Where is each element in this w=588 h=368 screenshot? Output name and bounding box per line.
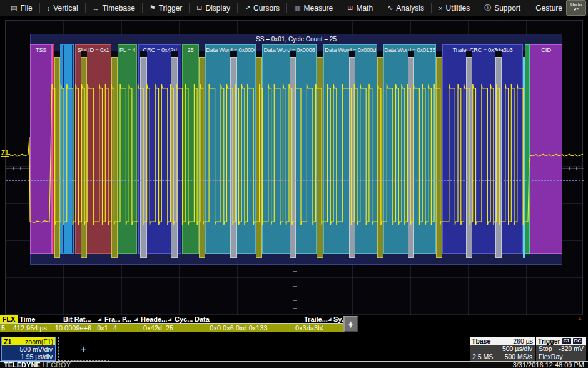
- menu-item-label: Measure: [304, 4, 333, 13]
- trigger-source-badge: C1: [562, 338, 571, 344]
- display-icon: ⊡: [196, 4, 202, 12]
- menu-item-utilities[interactable]: ×Utilities: [432, 0, 477, 16]
- brand-logo: TELEDYNE LECROY: [4, 361, 71, 368]
- cell-cycle: 25: [164, 324, 184, 332]
- timebase-scale: 500 µs/div: [502, 345, 532, 353]
- timebase-samples: 2.5 MS: [472, 353, 493, 361]
- plus-icon: +: [81, 344, 86, 355]
- timebase-header: Tbase 260 µs: [470, 337, 535, 345]
- col-header-header-crc[interactable]: Heade...◢: [139, 315, 173, 324]
- cell-bit-rate: 10.0009e+6: [53, 324, 94, 332]
- menu-item-label: Timebase: [103, 4, 135, 13]
- file-icon: ▤: [11, 4, 17, 12]
- col-header-label: Data: [195, 315, 210, 323]
- waveform-grid: SS = 0x01, Cycle Count = 25TSSSlot ID = …: [5, 20, 583, 315]
- timebase-delay: 260 µs: [513, 337, 533, 345]
- col-header-payload[interactable]: P...◢: [120, 315, 139, 324]
- z1-vertical-scale: 500 mV/div: [2, 345, 55, 353]
- analysis-icon: ∿: [387, 4, 393, 12]
- z1-id: Z1: [4, 338, 11, 345]
- timebase-icon: ↔: [93, 4, 99, 12]
- undo-button[interactable]: Undo ↶: [566, 0, 586, 16]
- menu-bar: ▤File↕Vertical↔Timebase⚑Trigger⊡Display↗…: [0, 0, 588, 16]
- z1-horizontal-scale: 1.95 µs/div: [2, 353, 55, 360]
- sort-icon[interactable]: ◢: [98, 317, 101, 322]
- trigger-coupling-badge: DC: [573, 338, 583, 344]
- row-index: 5: [0, 324, 9, 332]
- measure-icon: ▥: [294, 4, 300, 12]
- menu-items: ▤File↕Vertical↔Timebase⚑Trigger⊡Display↗…: [4, 0, 527, 16]
- math-icon: ⊞: [347, 4, 353, 12]
- menu-item-timebase[interactable]: ↔Timebase: [86, 0, 142, 16]
- timebase-samplerate: 500 MS/s: [505, 353, 532, 361]
- col-header-frame-id[interactable]: Fra...◢: [103, 315, 120, 324]
- cell-frame-id: 0x1: [94, 324, 111, 332]
- datetime-label: 3/31/2016 12:48:09 PM: [513, 361, 584, 368]
- col-header-label: Fra...: [104, 315, 120, 323]
- menu-right-group: Gesture Undo ↶: [535, 0, 588, 16]
- cell-header-crc: 0x42d: [130, 324, 164, 332]
- gesture-label: Gesture: [535, 4, 562, 13]
- col-header-data[interactable]: Data: [193, 315, 302, 324]
- col-header-trailer[interactable]: Traile...◢: [302, 315, 332, 324]
- menu-item-label: File: [20, 4, 32, 13]
- z1-descriptor-box[interactable]: Z1 zoom(F1) 500 mV/div 1.95 µs/div: [1, 337, 56, 361]
- menu-item-trigger[interactable]: ⚑Trigger: [143, 0, 189, 16]
- trigger-level: -320 mV: [559, 345, 584, 353]
- menu-item-label: Analysis: [396, 4, 424, 13]
- menu-item-label: Cursors: [253, 4, 280, 13]
- sort-icon[interactable]: ◢: [134, 317, 138, 322]
- col-header-bit-rate[interactable]: Bit Rat...◢: [61, 315, 103, 324]
- menu-item-label: Support: [494, 4, 520, 13]
- menu-item-label: Math: [356, 4, 373, 13]
- trigger-header: Trigger C1 DC: [536, 337, 586, 345]
- menu-item-label: Trigger: [159, 4, 183, 13]
- trigger-type: FlexRay: [539, 353, 563, 361]
- cell-data: 0x0 0x6 0xd 0x133: [184, 324, 293, 332]
- utilities-icon: ×: [438, 4, 442, 12]
- trigger-descriptor-box[interactable]: Trigger C1 DC Stop -320 mV FlexRay: [536, 337, 586, 361]
- menu-item-file[interactable]: ▤File: [4, 0, 39, 16]
- menu-item-math[interactable]: ⊞Math: [340, 0, 380, 16]
- decode-table: FLX TimeBit Rat...◢Fra...◢P...◢Heade...◢…: [0, 315, 358, 332]
- bus-badge-flx[interactable]: FLX: [0, 315, 18, 324]
- trigger-title: Trigger: [538, 337, 560, 345]
- add-trace-box[interactable]: +: [58, 337, 109, 361]
- col-header-label: P...: [122, 315, 131, 323]
- status-bar: TELEDYNE LECROY 3/31/2016 12:48:09 PM: [0, 361, 588, 368]
- col-header-label: Traile...: [304, 315, 328, 323]
- col-header-label: Heade...: [141, 315, 167, 323]
- col-header-label: Time: [19, 315, 35, 323]
- col-header-time[interactable]: Time: [18, 315, 61, 324]
- col-header-label: Cyc...: [175, 315, 193, 323]
- menu-item-vertical[interactable]: ↕Vertical: [40, 0, 85, 16]
- z1-function: zoom(F1): [25, 338, 53, 345]
- scroll-down-icon[interactable]: ▼: [348, 324, 354, 328]
- trigger-icon: ⚑: [150, 4, 156, 12]
- z1-descriptor-header: Z1 zoom(F1): [2, 337, 55, 345]
- cell-trailer: 0x3da3b3: [293, 324, 323, 332]
- support-icon: ⓘ: [484, 3, 491, 13]
- undo-icon: ↶: [574, 7, 579, 13]
- table-scrollbar[interactable]: ▲ ▼: [343, 316, 358, 332]
- menu-item-analysis[interactable]: ∿Analysis: [380, 0, 431, 16]
- z1-trace-label[interactable]: Z1: [1, 150, 9, 157]
- col-header-cycle[interactable]: Cyc...: [173, 315, 193, 324]
- col-header-label: Bit Rat...: [63, 315, 91, 323]
- menu-item-label: Utilities: [445, 4, 470, 13]
- menu-item-display[interactable]: ⊡Display: [190, 0, 237, 16]
- menu-item-label: Display: [206, 4, 230, 13]
- timebase-title: Tbase: [472, 337, 490, 345]
- sort-icon[interactable]: ◢: [328, 317, 331, 322]
- decode-table-row[interactable]: 5 -412.954 µs10.0009e+60x140x42d250x0 0x…: [0, 324, 358, 332]
- cursors-icon: ↗: [245, 4, 250, 12]
- sort-icon[interactable]: ◢: [168, 317, 171, 322]
- menu-item-support[interactable]: ⓘSupport: [477, 0, 527, 16]
- vertical-icon: ↕: [47, 4, 51, 12]
- timebase-descriptor-box[interactable]: Tbase 260 µs 500 µs/div 2.5 MS 500 MS/s: [470, 337, 535, 361]
- table-expand-icon[interactable]: +: [578, 315, 582, 322]
- menu-item-cursors[interactable]: ↗Cursors: [238, 0, 286, 16]
- menu-item-measure[interactable]: ▥Measure: [287, 0, 340, 16]
- cell-payload: 4: [111, 324, 130, 332]
- cell-time: -412.954 µs: [9, 324, 53, 332]
